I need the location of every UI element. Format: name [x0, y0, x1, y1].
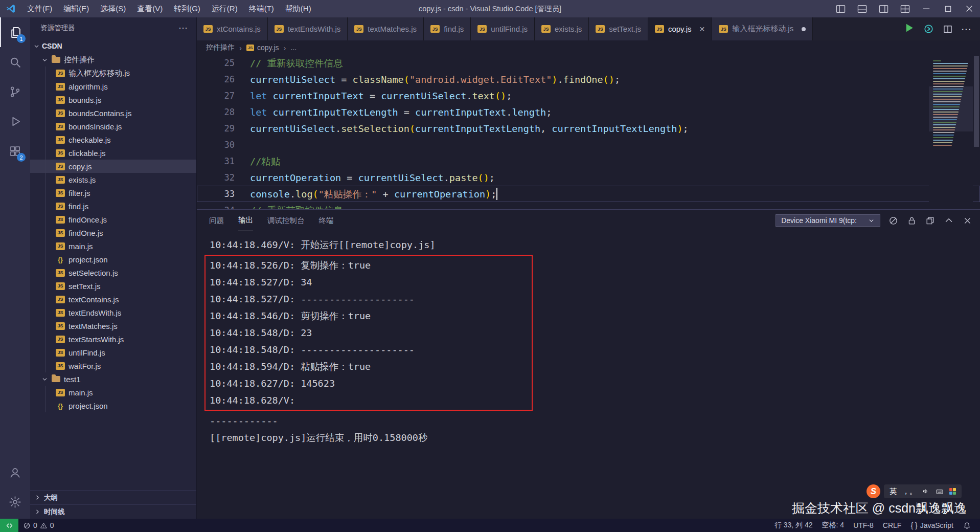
- breadcrumb-item[interactable]: JScopy.js: [246, 43, 279, 52]
- editor-tab[interactable]: JS输入框光标移动.js: [712, 17, 813, 40]
- editor-tab[interactable]: JScopy.js✕: [648, 17, 712, 40]
- tree-item-file[interactable]: JSfindOne.js: [30, 226, 196, 239]
- code-line[interactable]: 26currentUiSelect = className("android.w…: [197, 71, 980, 87]
- tree-item-file[interactable]: JSfindOnce.js: [30, 213, 196, 226]
- tree-item-file[interactable]: JSalgorithm.js: [30, 80, 196, 93]
- sidebar-section-timeline[interactable]: 时间线: [30, 504, 196, 519]
- run-on-device-icon[interactable]: [923, 23, 935, 35]
- breadcrumb-item[interactable]: ...: [291, 43, 297, 52]
- problems-status[interactable]: 0 0: [18, 519, 59, 532]
- ime-punctuation-toggle[interactable]: ，。: [902, 487, 917, 496]
- tree-item-file[interactable]: JSmain.js: [30, 386, 196, 399]
- run-debug-icon[interactable]: [0, 106, 30, 136]
- source-control-icon[interactable]: [0, 77, 30, 106]
- code-editor[interactable]: 25// 重新获取控件信息26currentUiSelect = classNa…: [197, 55, 980, 209]
- lock-scroll-icon[interactable]: [906, 215, 917, 226]
- menu-item[interactable]: 查看(V): [131, 0, 168, 17]
- account-icon[interactable]: [0, 457, 30, 487]
- panel-tab[interactable]: 调试控制台: [267, 210, 305, 231]
- menu-item[interactable]: 帮助(H): [280, 0, 317, 17]
- tree-item-file[interactable]: JSexists.js: [30, 173, 196, 186]
- editor-tab[interactable]: JStextEndsWith.js: [268, 17, 348, 40]
- tree-item-file[interactable]: JSmain.js: [30, 239, 196, 253]
- search-icon[interactable]: [0, 47, 30, 77]
- tree-item-file[interactable]: {}project.json: [30, 253, 196, 266]
- tree-item-file[interactable]: JSboundsContains.js: [30, 106, 196, 120]
- menu-item[interactable]: 转到(G): [168, 0, 206, 17]
- editor-tab[interactable]: JStextMatches.js: [348, 17, 424, 40]
- ime-speaker-icon[interactable]: [922, 487, 930, 495]
- editor-tab[interactable]: JSfind.js: [424, 17, 471, 40]
- editor-tab[interactable]: JSsetText.js: [589, 17, 648, 40]
- cursor-position[interactable]: 行 33, 列 42: [770, 521, 817, 530]
- eol-setting[interactable]: CRLF: [878, 521, 906, 529]
- encoding-setting[interactable]: UTF-8: [849, 521, 878, 529]
- panel-tab[interactable]: 终端: [319, 210, 334, 231]
- open-output-in-editor-icon[interactable]: [925, 215, 936, 226]
- ime-toolbar[interactable]: S 英 ，。: [867, 484, 962, 498]
- extensions-icon[interactable]: 2: [0, 136, 30, 166]
- device-selector[interactable]: Device Xiaomi MI 9(tcp:: [776, 214, 880, 227]
- indentation-setting[interactable]: 空格: 4: [817, 521, 849, 530]
- breadcrumb-item[interactable]: 控件操作: [206, 43, 235, 52]
- maximize-button[interactable]: [937, 0, 959, 17]
- tree-item-file[interactable]: {}project.json: [30, 399, 196, 412]
- code-line[interactable]: 27let currentInputText = currentUiSelect…: [197, 87, 980, 104]
- tree-item-file[interactable]: JSsetText.js: [30, 279, 196, 293]
- language-mode[interactable]: { } JavaScript: [906, 521, 958, 529]
- split-editor-icon[interactable]: [942, 24, 953, 35]
- ime-language-toggle[interactable]: 英: [890, 487, 897, 496]
- toggle-primary-sidebar-icon[interactable]: [830, 0, 851, 17]
- tree-item-folder[interactable]: 控件操作: [30, 53, 196, 66]
- tree-item-file[interactable]: JSboundsInside.js: [30, 120, 196, 133]
- tree-item-file[interactable]: JSwaitFor.js: [30, 359, 196, 372]
- code-line[interactable]: 32currentOperation = currentUiSelect.pas…: [197, 169, 980, 186]
- panel-tab[interactable]: 输出: [238, 210, 253, 231]
- minimap[interactable]: [929, 55, 973, 209]
- tree-item-file[interactable]: JS输入框光标移动.js: [30, 66, 196, 80]
- menu-item[interactable]: 编辑(E): [58, 0, 95, 17]
- ime-skin-icon[interactable]: [949, 488, 956, 495]
- more-actions-icon[interactable]: ⋯: [961, 23, 972, 35]
- close-window-button[interactable]: [959, 0, 980, 17]
- tree-item-folder[interactable]: test1: [30, 372, 196, 386]
- menu-item[interactable]: 终端(T): [243, 0, 280, 17]
- code-line[interactable]: 34// 重新获取控件信息: [197, 202, 980, 209]
- tree-item-file[interactable]: JStextStartsWith.js: [30, 332, 196, 346]
- minimize-button[interactable]: [916, 0, 937, 17]
- workspace-section-csdn[interactable]: CSDN: [30, 39, 196, 53]
- sidebar-more-actions-icon[interactable]: ⋯: [178, 23, 188, 34]
- toggle-secondary-sidebar-icon[interactable]: [873, 0, 894, 17]
- editor-tab[interactable]: JSexists.js: [535, 17, 589, 40]
- tree-item-file[interactable]: JScopy.js: [30, 160, 196, 173]
- tree-item-file[interactable]: JStextMatches.js: [30, 319, 196, 332]
- tree-item-file[interactable]: JScheckable.js: [30, 133, 196, 146]
- menu-item[interactable]: 选择(S): [95, 0, 131, 17]
- settings-icon[interactable]: [0, 487, 30, 517]
- tree-item-file[interactable]: JSuntilFind.js: [30, 346, 196, 359]
- close-tab-icon[interactable]: ✕: [699, 25, 705, 33]
- customize-layout-icon[interactable]: [894, 0, 916, 17]
- ime-keyboard-icon[interactable]: [936, 487, 944, 496]
- remote-indicator[interactable]: [0, 519, 18, 532]
- menu-item[interactable]: 运行(R): [206, 0, 243, 17]
- maximize-panel-icon[interactable]: [943, 215, 954, 226]
- tree-item-file[interactable]: JSsetSelection.js: [30, 266, 196, 279]
- editor-tab[interactable]: JSuntilFind.js: [471, 17, 535, 40]
- explorer-icon[interactable]: 1: [0, 17, 30, 47]
- tree-item-file[interactable]: JSbounds.js: [30, 93, 196, 106]
- close-panel-icon[interactable]: [962, 215, 973, 226]
- code-line[interactable]: 25// 重新获取控件信息: [197, 55, 980, 71]
- panel-tab[interactable]: 问题: [209, 210, 224, 231]
- clear-output-icon[interactable]: [888, 215, 899, 226]
- code-line[interactable]: 31//粘贴: [197, 153, 980, 169]
- tree-item-file[interactable]: JSclickable.js: [30, 146, 196, 160]
- scrollbar-thumb[interactable]: [974, 56, 979, 147]
- code-line[interactable]: 28let currentInputTextLength = currentIn…: [197, 104, 980, 120]
- tree-item-file[interactable]: JStextContains.js: [30, 293, 196, 306]
- editor-tab[interactable]: JSxtContains.js: [197, 17, 268, 40]
- tree-item-file[interactable]: JStextEndsWith.js: [30, 306, 196, 319]
- run-button[interactable]: [902, 21, 915, 36]
- editor-scrollbar[interactable]: [973, 55, 980, 209]
- tree-item-file[interactable]: JSfilter.js: [30, 186, 196, 199]
